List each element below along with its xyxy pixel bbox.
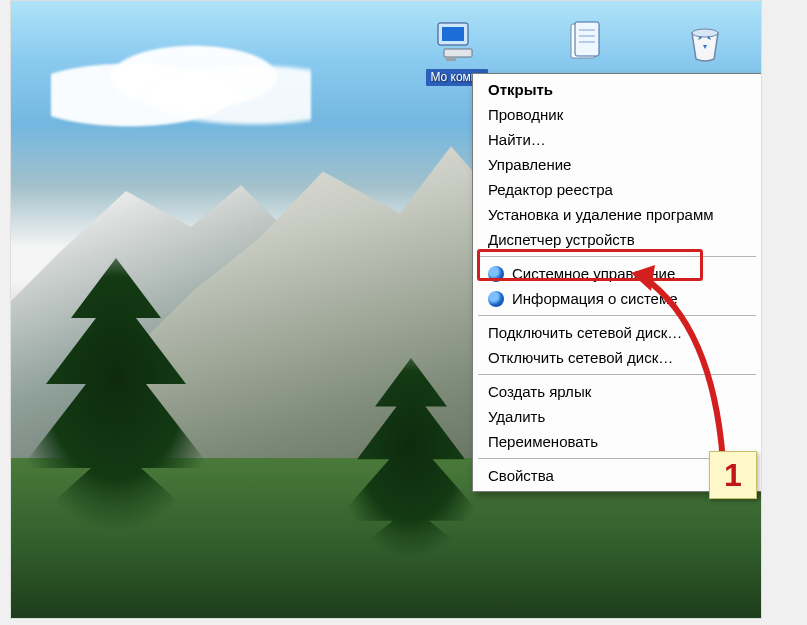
- menu-item-disconnect-network-drive[interactable]: Отключить сетевой диск…: [476, 345, 758, 370]
- menu-item-label: Редактор реестра: [488, 181, 613, 198]
- menu-separator: [478, 256, 756, 257]
- menu-item-system-management[interactable]: Системное управление: [476, 261, 758, 286]
- menu-item-system-information[interactable]: Информация о системе: [476, 286, 758, 311]
- svg-rect-2: [444, 49, 472, 57]
- menu-item-label: Информация о системе: [512, 290, 678, 307]
- blue-circle-icon: [488, 266, 504, 282]
- menu-item-find[interactable]: Найти…: [476, 127, 758, 152]
- menu-item-label: Открыть: [488, 81, 553, 98]
- menu-separator: [478, 315, 756, 316]
- clouds-art: [51, 41, 311, 131]
- menu-item-label: Диспетчер устройств: [488, 231, 635, 248]
- menu-item-label: Свойства: [488, 467, 554, 484]
- menu-item-delete[interactable]: Удалить: [476, 404, 758, 429]
- my-computer-icon: [432, 19, 482, 65]
- annotation-callout-number: 1: [709, 451, 757, 499]
- menu-item-label: Создать ярлык: [488, 383, 591, 400]
- svg-rect-1: [442, 27, 464, 41]
- blue-circle-icon: [488, 291, 504, 307]
- menu-item-add-remove-programs[interactable]: Установка и удаление программ: [476, 202, 758, 227]
- documents-icon: [560, 19, 610, 65]
- svg-rect-3: [446, 57, 456, 61]
- menu-item-label: Найти…: [488, 131, 546, 148]
- menu-item-manage[interactable]: Управление: [476, 152, 758, 177]
- desktop-background: Мо компь: [11, 1, 761, 618]
- screenshot-container: Мо компь: [10, 0, 762, 619]
- menu-item-map-network-drive[interactable]: Подключить сетевой диск…: [476, 320, 758, 345]
- menu-separator: [478, 374, 756, 375]
- callout-number-text: 1: [724, 457, 742, 494]
- recycle-bin-icon: [680, 19, 730, 65]
- menu-item-label: Установка и удаление программ: [488, 206, 714, 223]
- menu-item-explorer[interactable]: Проводник: [476, 102, 758, 127]
- menu-item-label: Переименовать: [488, 433, 598, 450]
- menu-item-label: Подключить сетевой диск…: [488, 324, 682, 341]
- menu-item-label: Отключить сетевой диск…: [488, 349, 673, 366]
- context-menu: Открыть Проводник Найти… Управление Реда…: [472, 73, 762, 492]
- menu-item-create-shortcut[interactable]: Создать ярлык: [476, 379, 758, 404]
- menu-item-label: Проводник: [488, 106, 563, 123]
- menu-item-label: Управление: [488, 156, 571, 173]
- menu-item-device-manager[interactable]: Диспетчер устройств: [476, 227, 758, 252]
- menu-item-open[interactable]: Открыть: [476, 77, 758, 102]
- menu-item-label: Удалить: [488, 408, 545, 425]
- svg-point-9: [692, 29, 718, 37]
- svg-rect-5: [575, 22, 599, 56]
- menu-item-label: Системное управление: [512, 265, 675, 282]
- menu-item-registry-editor[interactable]: Редактор реестра: [476, 177, 758, 202]
